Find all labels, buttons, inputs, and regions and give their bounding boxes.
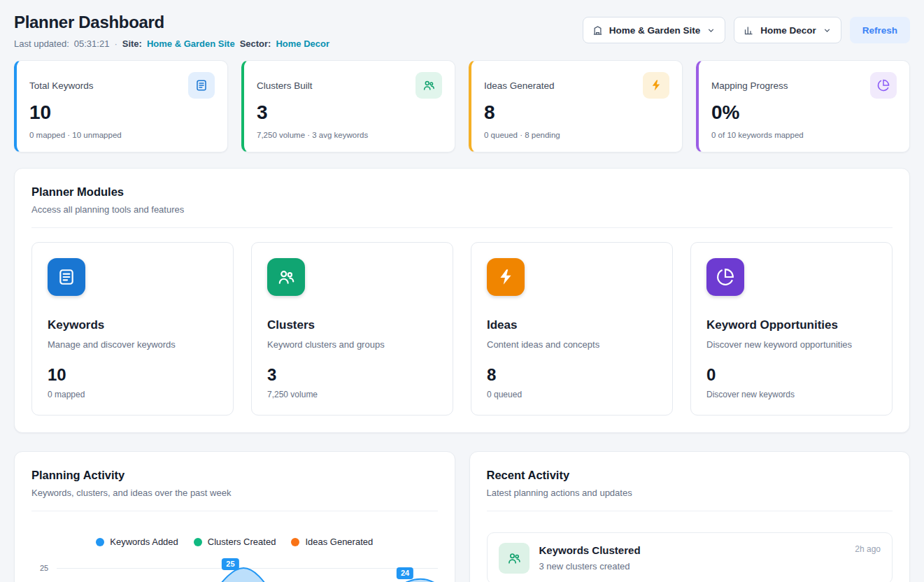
separator: ·	[114, 38, 117, 49]
module-title: Ideas	[487, 318, 657, 332]
sector-selector-dropdown[interactable]: Home Decor	[734, 17, 841, 43]
header-left: Planner Dashboard Last updated: 05:31:21…	[14, 13, 329, 49]
recent-activity-header: Recent Activity Latest planning actions …	[487, 469, 893, 511]
document-icon	[48, 258, 85, 296]
last-updated-value: 05:31:21	[74, 38, 110, 49]
lightning-icon	[487, 258, 525, 296]
meta-row: Last updated: 05:31:21 · Site: Home & Ga…	[14, 38, 329, 49]
module-title: Clusters	[267, 318, 437, 332]
users-icon	[415, 72, 442, 99]
data-point-label: 25	[222, 558, 239, 570]
activity-list-item: Keywords Clustered 3 new clusters create…	[487, 532, 893, 582]
modules-grid: Keywords Manage and discover keywords 10…	[31, 242, 893, 416]
stat-detail: 0 queued · 8 pending	[484, 131, 669, 139]
module-card-ideas[interactable]: Ideas Content ideas and concepts 8 0 que…	[471, 242, 673, 416]
panel-title: Planning Activity	[31, 469, 438, 482]
stat-card-total-keywords: Total Keywords 10 0 mapped · 10 unmapped	[14, 60, 228, 152]
site-selector-value: Home & Garden Site	[609, 25, 701, 36]
module-title: Keyword Opportunities	[706, 318, 876, 332]
document-icon	[188, 72, 215, 99]
stat-label: Mapping Progress	[711, 80, 788, 91]
module-detail: 0 queued	[487, 390, 657, 399]
stat-label: Ideas Generated	[484, 80, 555, 91]
stat-value: 10	[29, 101, 215, 124]
activity-item-text: Keywords Clustered 3 new clusters create…	[539, 543, 641, 572]
bottom-panels: Planning Activity Keywords, clusters, an…	[14, 451, 910, 582]
legend-dot-blue	[96, 538, 104, 546]
area-chart: 25 25 24	[31, 558, 438, 582]
sector-label: Sector:	[240, 38, 271, 49]
module-value: 10	[48, 365, 218, 385]
module-detail: Discover new keywords	[706, 390, 876, 399]
module-card-clusters[interactable]: Clusters Keyword clusters and groups 3 7…	[251, 242, 453, 416]
panel-subtitle: Latest planning actions and updates	[487, 488, 893, 498]
planner-modules-section: Planner Modules Access all planning tool…	[14, 168, 910, 433]
legend-label: Clusters Created	[208, 537, 276, 547]
stat-value: 0%	[711, 101, 897, 124]
activity-item-title: Keywords Clustered	[539, 543, 641, 556]
module-description: Content ideas and concepts	[487, 339, 657, 350]
activity-item-description: 3 new clusters created	[539, 561, 641, 572]
stat-label: Clusters Built	[257, 80, 313, 91]
panel-title: Recent Activity	[487, 469, 893, 482]
legend-dot-green	[194, 538, 202, 546]
legend-item-keywords-added: Keywords Added	[96, 537, 178, 547]
bar-chart-icon	[744, 25, 754, 36]
stat-card-ideas-generated: Ideas Generated 8 0 queued · 8 pending	[469, 60, 683, 152]
module-card-keyword-opportunities[interactable]: Keyword Opportunities Discover new keywo…	[690, 242, 893, 416]
stat-detail: 7,250 volume · 3 avg keywords	[257, 131, 442, 139]
activity-item-timestamp: 2h ago	[855, 543, 881, 554]
lightning-icon	[643, 72, 669, 99]
legend-label: Keywords Added	[110, 537, 178, 547]
module-title: Keywords	[48, 318, 218, 332]
stat-value: 8	[484, 101, 669, 124]
users-icon	[499, 543, 529, 574]
stat-value: 3	[257, 101, 442, 124]
module-value: 0	[706, 365, 876, 385]
page-title: Planner Dashboard	[14, 13, 329, 32]
stat-detail: 0 mapped · 10 unmapped	[29, 131, 215, 139]
legend-item-clusters-created: Clusters Created	[194, 537, 276, 547]
planning-activity-panel: Planning Activity Keywords, clusters, an…	[14, 451, 455, 582]
planning-activity-header: Planning Activity Keywords, clusters, an…	[31, 469, 438, 511]
recent-activity-panel: Recent Activity Latest planning actions …	[469, 451, 911, 582]
chevron-down-icon	[823, 26, 832, 35]
site-link[interactable]: Home & Garden Site	[147, 38, 235, 49]
stat-detail: 0 of 10 keywords mapped	[711, 131, 897, 139]
site-label: Site:	[122, 38, 142, 49]
last-updated-label: Last updated:	[14, 38, 69, 49]
module-detail: 0 mapped	[48, 390, 218, 399]
chart-legend: Keywords Added Clusters Created Ideas Ge…	[31, 537, 438, 547]
keywords-added-area-series	[57, 561, 438, 582]
planner-dashboard-page: Planner Dashboard Last updated: 05:31:21…	[0, 0, 924, 582]
legend-dot-orange	[291, 538, 299, 546]
y-axis-tick: 25	[40, 564, 48, 572]
chevron-down-icon	[706, 26, 716, 35]
pie-chart-icon	[706, 258, 744, 296]
building-icon	[592, 25, 603, 36]
module-description: Manage and discover keywords	[48, 339, 218, 350]
legend-item-ideas-generated: Ideas Generated	[291, 537, 373, 547]
stat-cards-row: Total Keywords 10 0 mapped · 10 unmapped…	[14, 60, 910, 152]
sector-link[interactable]: Home Decor	[276, 38, 329, 49]
header-controls: Home & Garden Site Home Decor Refresh	[583, 17, 910, 43]
module-card-keywords[interactable]: Keywords Manage and discover keywords 10…	[31, 242, 234, 416]
module-description: Discover new keyword opportunities	[706, 339, 876, 350]
sector-selector-value: Home Decor	[760, 25, 816, 36]
module-description: Keyword clusters and groups	[267, 339, 437, 350]
section-subtitle: Access all planning tools and features	[31, 204, 893, 215]
section-title: Planner Modules	[31, 185, 893, 199]
site-selector-dropdown[interactable]: Home & Garden Site	[583, 17, 726, 43]
legend-label: Ideas Generated	[305, 537, 373, 547]
planner-modules-header: Planner Modules Access all planning tool…	[31, 185, 893, 228]
stat-label: Total Keywords	[29, 80, 94, 91]
module-value: 3	[267, 365, 437, 385]
pie-chart-icon	[870, 72, 897, 99]
refresh-button[interactable]: Refresh	[850, 17, 910, 43]
stat-card-clusters-built: Clusters Built 3 7,250 volume · 3 avg ke…	[241, 60, 455, 152]
page-header: Planner Dashboard Last updated: 05:31:21…	[14, 13, 910, 49]
stat-card-mapping-progress: Mapping Progress 0% 0 of 10 keywords map…	[696, 60, 910, 152]
panel-subtitle: Keywords, clusters, and ideas over the p…	[31, 488, 438, 498]
data-point-label: 24	[397, 567, 413, 579]
module-detail: 7,250 volume	[267, 390, 437, 399]
